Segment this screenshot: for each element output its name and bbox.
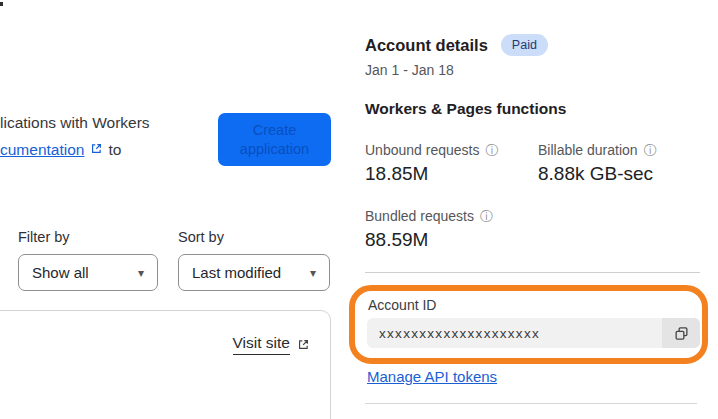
intro-line2: cumentation to (0, 136, 150, 163)
filter-dropdown-value: Show all (32, 264, 89, 281)
visit-site-label: Visit site (233, 334, 290, 355)
chevron-down-icon: ▾ (310, 267, 316, 279)
metric-bundled-requests: Bundled requests ⓘ 88.59M (365, 208, 493, 251)
account-id-input[interactable] (367, 318, 662, 348)
sort-dropdown[interactable]: Last modified ▾ (178, 254, 330, 291)
metric-label-text: Unbound requests (365, 142, 479, 158)
sort-dropdown-value: Last modified (192, 264, 281, 281)
copy-icon (674, 326, 689, 341)
metric-label: Bundled requests ⓘ (365, 208, 493, 224)
documentation-link[interactable]: cumentation (0, 136, 84, 163)
metric-label-text: Bundled requests (365, 208, 474, 224)
functions-section-title: Workers & Pages functions (365, 100, 566, 118)
date-range: Jan 1 - Jan 18 (365, 62, 454, 78)
metric-unbound-requests: Unbound requests ⓘ 18.85M (365, 142, 498, 185)
intro-line1: lications with Workers (0, 109, 150, 136)
plan-badge: Paid (501, 34, 548, 56)
external-link-icon (297, 338, 310, 351)
chevron-down-icon: ▾ (138, 267, 144, 279)
create-application-button[interactable]: Create application (218, 113, 331, 166)
filter-by-label: Filter by (18, 229, 70, 245)
info-icon[interactable]: ⓘ (644, 144, 657, 157)
intro-text: lications with Workers cumentation to (0, 109, 150, 163)
divider (365, 403, 697, 404)
metric-label: Unbound requests ⓘ (365, 142, 498, 158)
sort-by-label: Sort by (178, 229, 224, 245)
metric-label-text: Billable duration (538, 142, 638, 158)
divider (365, 272, 700, 273)
manage-api-tokens-link[interactable]: Manage API tokens (367, 368, 497, 385)
intro-line2-suffix: to (108, 136, 121, 163)
account-id-field-group (367, 318, 700, 348)
filter-dropdown[interactable]: Show all ▾ (18, 254, 158, 291)
info-icon[interactable]: ⓘ (485, 144, 498, 157)
account-id-label: Account ID (368, 297, 436, 313)
info-icon[interactable]: ⓘ (480, 210, 493, 223)
visit-site-link[interactable]: Visit site (233, 334, 310, 355)
metric-label: Billable duration ⓘ (538, 142, 657, 158)
metric-billable-duration: Billable duration ⓘ 8.88k GB-sec (538, 142, 657, 185)
screen-edge-artifact (0, 2, 3, 6)
copy-button[interactable] (662, 318, 700, 348)
metric-value: 8.88k GB-sec (538, 163, 657, 185)
metric-value: 18.85M (365, 163, 498, 185)
metric-value: 88.59M (365, 229, 493, 251)
account-details-header: Account details Paid (365, 34, 548, 56)
workers-pages-dashboard: lications with Workers cumentation to Cr… (0, 0, 718, 419)
site-card: Visit site (0, 310, 331, 419)
external-link-icon (90, 142, 103, 155)
account-details-title: Account details (365, 36, 488, 55)
